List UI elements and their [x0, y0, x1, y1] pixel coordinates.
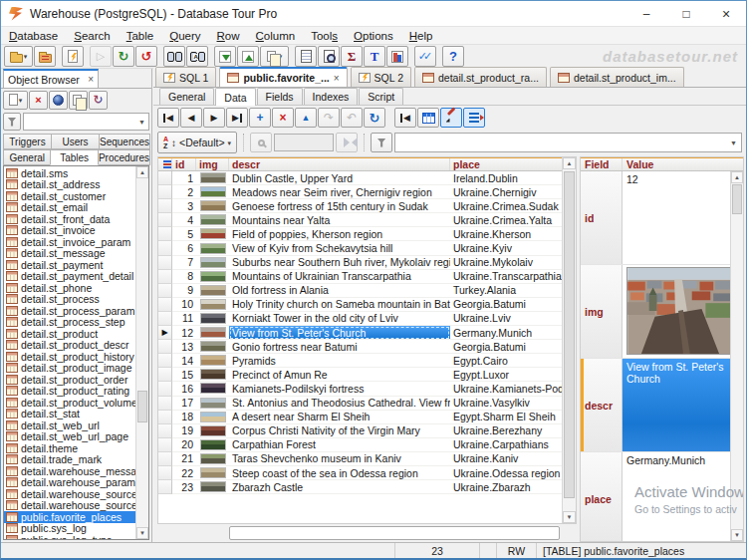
list-item[interactable]: detail.st_customer [4, 190, 135, 202]
cell-id[interactable]: 8 [172, 270, 196, 284]
list-item[interactable]: detail.st_web_url_page [4, 431, 135, 443]
list-item[interactable]: detail.st_product [4, 328, 135, 340]
delete-object-button[interactable]: × [29, 91, 48, 110]
cell-place[interactable]: Ukraine.Kamianets-Podilskyi [450, 382, 562, 396]
cell-place[interactable]: Germany.Munich [450, 326, 562, 340]
list-item[interactable]: detail.warehouse_source [4, 488, 135, 500]
scroll-down-icon[interactable]: ▼ [731, 529, 743, 541]
scrollbar-thumb[interactable] [564, 171, 575, 498]
cell-id[interactable]: 20 [172, 438, 196, 452]
cell-img[interactable] [196, 256, 229, 270]
cell-place[interactable]: Ukraine.Mykolaiv [450, 256, 562, 270]
table-row[interactable]: ▶ 22 Steep coast of the sea in Odessa re… [158, 466, 562, 480]
cell-descr[interactable]: Pyramids [229, 354, 450, 368]
list-item[interactable]: detail.st_payment_detail [4, 271, 135, 283]
cell-img[interactable] [196, 312, 229, 326]
menu-item[interactable]: Search [66, 29, 118, 43]
menu-item[interactable]: Help [401, 29, 441, 43]
column-header-img[interactable]: img [196, 158, 229, 170]
table-row[interactable]: ▶ 13 Gonio fortress near Batumi Georgia.… [158, 340, 562, 354]
cell-descr[interactable]: Holy Trinity church on Sameba mountain i… [229, 298, 450, 312]
subtab[interactable]: General [159, 88, 214, 105]
cell-img[interactable] [196, 382, 229, 396]
cell-id[interactable]: 17 [172, 397, 196, 411]
refresh-objects-button[interactable]: ↻ [89, 91, 108, 110]
list-item[interactable]: public.sys_log [4, 523, 135, 535]
preview-button[interactable] [318, 46, 340, 67]
cell-img[interactable] [196, 466, 229, 480]
cell-img[interactable] [196, 298, 229, 312]
grid-scrollbar[interactable]: ▲ ▼ [562, 157, 576, 523]
table-row[interactable]: ▶ 8 Mountains of Ukrainian Transcarpathi… [158, 270, 562, 284]
cell-img[interactable] [196, 213, 229, 227]
list-item[interactable]: detail.st_product_rating [4, 386, 135, 398]
cell-img[interactable] [196, 227, 229, 241]
cell-img[interactable] [196, 368, 229, 382]
menu-item[interactable]: Options [346, 29, 401, 43]
cell-descr[interactable]: Dublin Castle, Upper Yard [229, 171, 450, 185]
cell-id[interactable]: 16 [172, 382, 196, 396]
column-header-id[interactable]: id [172, 158, 196, 170]
list-item[interactable]: detail.sms [4, 167, 135, 179]
cell-place[interactable]: Ukraine.Carpathians [450, 438, 562, 452]
field-value[interactable] [622, 265, 730, 358]
goto-first-column-button[interactable]: ◀ [394, 108, 416, 128]
category-tab[interactable]: Sequences [99, 134, 150, 149]
close-button[interactable]: × [706, 1, 746, 26]
cell-descr[interactable]: A desert near Sharm El Sheih [229, 411, 450, 424]
cell-descr[interactable]: Taras Shevchenko museum in Kaniv [229, 452, 450, 466]
table-row[interactable]: ▶ 10 Holy Trinity church on Sameba mount… [158, 298, 562, 312]
cell-place[interactable]: Georgia.Batumi [450, 298, 562, 312]
inspector-row-img[interactable]: img [581, 265, 730, 359]
cell-place[interactable]: Turkey.Alania [450, 284, 562, 298]
table-row[interactable]: ▶ 20 Carpathian Forest Ukraine.Carpathia… [158, 438, 562, 452]
cell-descr[interactable]: Mountains of Ukrainian Transcarpathia [229, 270, 450, 284]
object-filter-combobox[interactable]: ▼ [23, 113, 149, 131]
grid-filter-combobox[interactable]: ▼ [394, 133, 742, 152]
delete-record-button[interactable]: × [272, 108, 294, 128]
cell-place[interactable]: Egypt.Luxor [450, 368, 562, 382]
cell-place[interactable]: Ireland.Dublin [450, 171, 562, 185]
cell-descr[interactable]: Korniakt Tower in the old city of Lviv [229, 312, 450, 326]
cell-id[interactable]: 2 [172, 185, 196, 199]
column-header-descr[interactable]: descr [229, 158, 450, 170]
cell-place[interactable]: Ukraine.Berezhany [450, 424, 562, 438]
open-button[interactable]: ▾ [4, 46, 33, 67]
table-row[interactable]: ▶ 5 Field of poppies, Kherson region Ukr… [158, 227, 562, 241]
next-record-button[interactable]: ▶ [203, 108, 225, 128]
table-row[interactable]: ▶ 7 Suburbs near Southern Buh river, Myk… [158, 256, 562, 270]
cell-place[interactable]: Ukraine.Zbarazh [450, 480, 562, 494]
cell-descr[interactable]: Field of poppies, Kherson region [229, 227, 450, 241]
grid-filter-button[interactable] [371, 133, 392, 152]
cell-descr[interactable]: Mountains near Yalta [229, 213, 450, 227]
field-list-button[interactable] [463, 108, 485, 128]
cell-img[interactable] [196, 171, 229, 185]
list-item[interactable]: detail.st_product_image [4, 363, 135, 375]
table-row[interactable]: ▶ 3 Genoese fortress of 15th century in … [158, 199, 562, 213]
cell-place[interactable]: Ukraine.Kyiv [450, 241, 562, 255]
table-row[interactable]: ▶ 15 Precinct of Amun Re Egypt.Luxor [158, 368, 562, 382]
list-item[interactable]: detail.st_front_data [4, 213, 135, 225]
cell-descr[interactable]: Old fortress in Alania [229, 284, 450, 298]
cell-id[interactable]: 10 [172, 298, 196, 312]
minimize-button[interactable]: – [626, 1, 666, 26]
text-view-button[interactable]: T [364, 46, 385, 67]
cell-id[interactable]: 12 [172, 326, 196, 340]
undo-red-button[interactable]: ↺ [135, 46, 157, 67]
cell-id[interactable]: 14 [172, 354, 196, 368]
scroll-up-icon[interactable]: ▲ [731, 171, 743, 183]
list-item[interactable]: detail.st_product_volume_ [4, 397, 135, 409]
list-item[interactable]: detail.st_web_url [4, 420, 135, 431]
cell-id[interactable]: 3 [172, 199, 196, 213]
cell-img[interactable] [196, 199, 229, 213]
scroll-up-icon[interactable]: ▲ [136, 166, 148, 178]
cell-descr[interactable]: St. Antonius and Theodosius Cathedral. V… [229, 397, 450, 411]
cell-descr[interactable]: Precinct of Amun Re [229, 368, 450, 382]
table-row[interactable]: ▶ 19 Corpus Christi Nativity of the Virg… [158, 424, 562, 438]
category-tab[interactable]: Procedures [98, 149, 150, 165]
list-item[interactable]: detail.st_invoice [4, 225, 135, 237]
duplicate-button[interactable] [69, 91, 88, 110]
category-tab[interactable]: Users [51, 134, 100, 149]
list-item[interactable]: detail.st_process_param [4, 305, 135, 317]
document-tab[interactable]: detail.st_product_im... × [550, 67, 684, 87]
